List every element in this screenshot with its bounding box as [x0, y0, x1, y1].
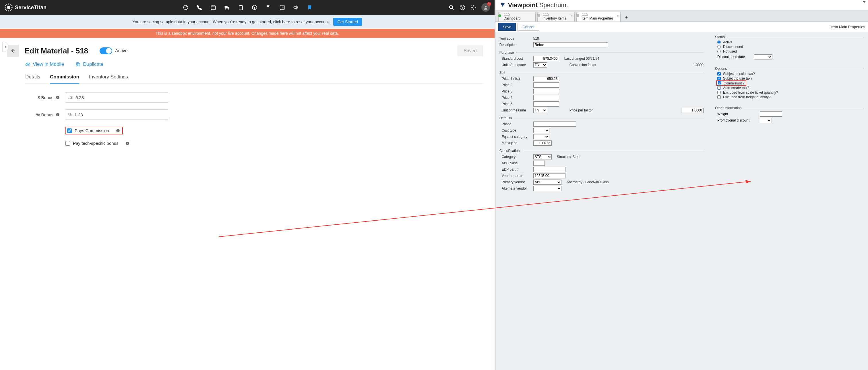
opt-auto-mix-checkbox[interactable] [717, 86, 721, 90]
opt-excl-scale-checkbox[interactable] [717, 91, 721, 94]
opt-sales-tax-checkbox[interactable] [717, 72, 721, 76]
close-icon[interactable]: × [570, 14, 572, 18]
get-started-button[interactable]: Get Started [333, 18, 362, 26]
commission-form: $ Bonus ⎵$ 5.23 % Bonus % 1.23 [25, 92, 483, 146]
st-topbar: ServiceTitan 1 [0, 0, 495, 15]
user-avatar[interactable]: 1 [482, 3, 490, 12]
price1-input[interactable] [533, 76, 559, 81]
search-icon[interactable] [448, 5, 454, 10]
tab-details[interactable]: Details [25, 73, 40, 84]
svg-rect-3 [211, 6, 215, 9]
sandbox-warning-banner: This is a sandbox environment, not your … [0, 29, 495, 38]
vp-tabs: CCD Dashboard CCD Inventory Items × CCD … [495, 10, 868, 22]
info-icon[interactable] [56, 113, 60, 117]
duplicate-link[interactable]: Duplicate [75, 61, 103, 67]
clipboard-icon[interactable] [238, 5, 244, 10]
markup-input[interactable] [533, 140, 552, 146]
flag-icon[interactable] [266, 5, 271, 10]
vp-tab-inventory-items[interactable]: CCD Inventory Items × [537, 12, 575, 22]
truck-icon[interactable] [224, 5, 230, 10]
bonus-pct-label: % Bonus [36, 112, 53, 117]
opt-use-tax-checkbox[interactable] [717, 77, 721, 80]
svg-rect-23 [577, 15, 579, 17]
defaults-section: Defaults [499, 116, 704, 120]
vp-form: Item code518 Description Purchase Standa… [495, 32, 868, 370]
weight-input[interactable] [760, 111, 782, 117]
status-active-radio[interactable] [717, 40, 721, 44]
uom-select[interactable]: TN [533, 62, 547, 67]
discontinued-date-select[interactable] [754, 54, 772, 59]
status-discontinued-radio[interactable] [717, 45, 721, 49]
eq-cost-cat-select[interactable] [533, 134, 549, 139]
vendor-part-input[interactable] [533, 173, 565, 178]
price5-input[interactable] [533, 102, 559, 107]
close-icon[interactable]: × [617, 14, 619, 18]
menu-caret-icon[interactable] [863, 1, 866, 3]
alternate-vendor-select[interactable] [533, 186, 561, 191]
page-title: Edit Material - 518 [25, 47, 88, 55]
phase-input[interactable] [533, 121, 577, 127]
standard-cost-label: Standard cost [499, 57, 531, 61]
svg-point-12 [472, 7, 474, 8]
price2-input[interactable] [533, 82, 559, 88]
active-toggle[interactable] [100, 48, 112, 54]
primary-vendor-select[interactable]: ABE [533, 179, 561, 185]
save-button[interactable]: Save [498, 23, 516, 31]
standard-cost-input[interactable] [533, 56, 559, 61]
price4-input[interactable] [533, 95, 559, 100]
percent-icon: % [68, 112, 71, 117]
svg-point-5 [228, 8, 229, 9]
svg-point-14 [27, 64, 29, 65]
chart-icon[interactable] [279, 5, 285, 10]
gear-icon[interactable] [470, 5, 476, 10]
opt-commissions-checkbox[interactable] [718, 81, 721, 84]
viewpoint-logo-icon [499, 2, 506, 8]
info-icon[interactable] [116, 129, 120, 133]
info-icon[interactable] [125, 141, 129, 145]
calendar-icon[interactable] [210, 5, 216, 10]
svg-rect-6 [239, 5, 243, 10]
description-input[interactable] [533, 42, 608, 48]
tab-doc-icon [576, 14, 580, 18]
saved-status: Saved [457, 46, 483, 56]
bonus-dollar-input[interactable]: ⎵$ 5.23 [65, 92, 168, 103]
material-tabs: Details Commission Inventory Settings [25, 73, 483, 84]
edp-input[interactable] [533, 167, 565, 172]
svg-point-11 [462, 8, 463, 9]
info-icon[interactable] [56, 95, 60, 99]
tab-commission[interactable]: Commission [50, 73, 79, 84]
category-select[interactable]: STS [533, 154, 552, 160]
price3-input[interactable] [533, 89, 559, 94]
phone-icon[interactable] [197, 5, 203, 10]
cancel-button[interactable]: Cancel [518, 23, 539, 31]
notification-badge: 1 [487, 2, 491, 6]
view-in-mobile-link[interactable]: View in Mobile [25, 61, 64, 67]
other-info-section: Other information [715, 106, 864, 110]
vp-tab-item-properties[interactable]: CCD Item Main Properties × [577, 12, 621, 22]
pay-tech-bonus-checkbox[interactable] [65, 141, 70, 146]
svg-point-4 [225, 8, 226, 9]
abc-input[interactable] [533, 161, 545, 166]
price-per-factor-input[interactable] [681, 108, 704, 113]
back-button[interactable] [7, 45, 19, 57]
promo-discount-select[interactable] [760, 118, 772, 123]
cost-type-select[interactable] [533, 128, 549, 133]
active-toggle-label: Active [115, 48, 128, 53]
help-icon[interactable] [460, 5, 465, 10]
gauge-icon[interactable] [183, 5, 189, 10]
megaphone-icon[interactable] [293, 5, 299, 10]
opt-excl-freight-checkbox[interactable] [717, 95, 721, 99]
status-notused-radio[interactable] [717, 50, 721, 53]
box-icon[interactable] [252, 5, 257, 10]
tab-inventory-settings[interactable]: Inventory Settings [89, 73, 128, 84]
svg-rect-16 [76, 63, 79, 65]
pays-commission-checkbox[interactable] [67, 129, 72, 133]
banner-info-text: You are seeing sample data in your accou… [133, 20, 330, 24]
bonus-pct-input[interactable]: % 1.23 [65, 110, 168, 120]
bookmark-icon[interactable] [307, 5, 313, 10]
vp-tab-dashboard[interactable]: CCD Dashboard [498, 12, 536, 22]
st-logo[interactable]: ServiceTitan [5, 3, 46, 11]
new-tab-button[interactable]: + [622, 13, 630, 22]
sell-uom-select[interactable]: TN [533, 108, 547, 113]
eye-icon [25, 62, 30, 67]
